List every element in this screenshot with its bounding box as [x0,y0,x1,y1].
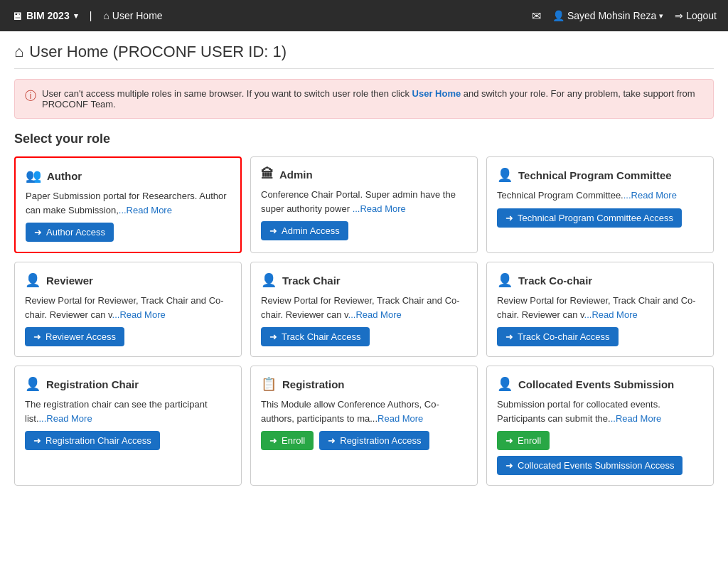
btn-arrow-icon-collocated-events-0: ➜ [505,435,513,446]
alert-text: User can't access multiple roles in same… [42,88,703,110]
btn-author-0[interactable]: ➜Author Access [26,223,114,242]
top-nav: 🖥 BIM 2023 ▾ | ⌂ User Home ✉ 👤 Sayed Moh… [0,0,728,31]
btn-registration-1[interactable]: ➜Registration Access [319,431,429,450]
roles-grid: 👥AuthorPaper Submission portal for Resea… [14,156,714,486]
envelope-icon[interactable]: ✉ [532,9,541,23]
btn-collocated-events-0[interactable]: ➜Enroll [497,431,550,450]
card-desc-technical-program-committee: Technical Program Committee....Read More [497,188,703,203]
role-card-track-cochair: 👤Track Co-chairReview Portal for Reviewe… [486,262,714,357]
role-card-registration: 📋RegistrationThis Module allow Conferenc… [250,366,478,486]
btn-arrow-icon-author-0: ➜ [34,227,42,238]
card-buttons-track-cochair: ➜Track Co-chair Access [497,327,703,346]
card-title-collocated-events: 👤Collocated Events Submission [497,376,703,392]
card-title-technical-program-committee: 👤Technical Program Committee [497,167,703,183]
user-profile-link[interactable]: 👤 Sayed Mohsin Reza ▾ [552,10,663,21]
card-read-more-registration[interactable]: Read More [378,413,423,424]
card-title-text-registration: Registration [282,378,345,390]
card-icon-track-cochair: 👤 [497,272,513,288]
home-icon: ⌂ [103,10,109,21]
card-read-more-reviewer[interactable]: ...Read More [112,309,166,320]
logout-icon: ⇒ [675,10,683,21]
btn-technical-program-committee-0[interactable]: ➜Technical Program Committee Access [497,208,682,228]
card-title-text-track-cochair: Track Co-chair [518,274,592,287]
card-title-text-admin: Admin [279,169,313,181]
user-home-nav-label: User Home [112,10,163,21]
monitor-icon: 🖥 [11,10,22,22]
user-name: Sayed Mohsin Reza [567,10,656,21]
btn-label-track-cochair-0: Track Co-chair Access [518,331,610,342]
card-desc-author: Paper Submission portal for Researchers.… [26,189,230,217]
card-desc-registration: This Module allow Conference Authors, Co… [261,398,467,425]
btn-track-cochair-0[interactable]: ➜Track Co-chair Access [497,327,619,346]
user-icon: 👤 [552,10,564,21]
card-icon-track-chair: 👤 [261,272,277,288]
card-desc-collocated-events: Submission portal for collocated events.… [497,398,703,425]
card-desc-admin: Conference Chair Portal. Super admin hav… [261,188,467,215]
role-card-registration-chair: 👤Registration ChairThe registration chai… [14,366,242,486]
btn-arrow-icon-reviewer-0: ➜ [33,331,41,342]
card-read-more-technical-program-committee[interactable]: ...Read More [623,190,677,201]
card-title-admin: 🏛Admin [261,167,467,182]
card-buttons-registration-chair: ➜Registration Chair Access [25,431,231,450]
btn-track-chair-0[interactable]: ➜Track Chair Access [261,327,370,346]
btn-arrow-icon-admin-0: ➜ [269,225,277,236]
card-desc-track-chair: Review Portal for Reviewer, Track Chair … [261,294,467,321]
btn-reviewer-0[interactable]: ➜Reviewer Access [25,327,124,346]
card-desc-reviewer: Review Portal for Reviewer, Track Chair … [25,294,231,321]
role-card-reviewer: 👤ReviewerReview Portal for Reviewer, Tra… [14,262,242,357]
alert-banner: ⓘ User can't access multiple roles in sa… [14,79,714,119]
btn-arrow-icon-technical-program-committee-0: ➜ [505,213,513,223]
card-read-more-author[interactable]: ...Read More [119,205,172,215]
card-desc-registration-chair: The registration chair can see the parti… [25,398,231,425]
btn-arrow-icon-registration-0: ➜ [269,435,277,446]
page-content: ⌂ User Home (PROCONF USER ID: 1) ⓘ User … [0,31,728,497]
card-read-more-track-cochair[interactable]: ...Read More [584,309,638,320]
card-title-author: 👥Author [26,168,230,183]
btn-registration-chair-0[interactable]: ➜Registration Chair Access [25,431,160,450]
brand-label: BIM 2023 [26,10,70,21]
card-title-text-author: Author [47,170,82,182]
card-buttons-reviewer: ➜Reviewer Access [25,327,231,346]
card-title-track-cochair: 👤Track Co-chair [497,272,703,288]
card-read-more-registration-chair[interactable]: ...Read More [39,413,92,424]
btn-arrow-icon-registration-chair-0: ➜ [33,435,41,446]
card-icon-admin: 🏛 [261,167,274,182]
card-desc-track-cochair: Review Portal for Reviewer, Track Chair … [497,294,703,321]
card-title-reviewer: 👤Reviewer [25,272,231,288]
user-dropdown-arrow[interactable]: ▾ [659,11,663,21]
btn-arrow-icon-track-chair-0: ➜ [269,331,277,342]
card-title-registration: 📋Registration [261,376,467,392]
card-title-text-registration-chair: Registration Chair [46,378,139,390]
card-read-more-track-chair[interactable]: ...Read More [348,309,402,320]
btn-collocated-events-1[interactable]: ➜Collocated Events Submission Access [497,456,682,475]
brand[interactable]: 🖥 BIM 2023 ▾ [11,10,78,22]
card-buttons-technical-program-committee: ➜Technical Program Committee Access [497,208,703,228]
card-icon-technical-program-committee: 👤 [497,167,513,183]
card-read-more-collocated-events[interactable]: ..Read More [611,413,662,424]
card-icon-collocated-events: 👤 [497,376,513,392]
nav-divider: | [90,10,92,21]
card-icon-author: 👥 [26,168,41,183]
alert-user-home-link[interactable]: User Home [412,88,461,99]
btn-registration-0[interactable]: ➜Enroll [261,431,314,450]
user-home-nav-link[interactable]: ⌂ User Home [103,10,162,21]
brand-dropdown-arrow[interactable]: ▾ [74,11,78,21]
btn-label-collocated-events-1: Collocated Events Submission Access [518,460,674,471]
page-title: ⌂ User Home (PROCONF USER ID: 1) [14,43,714,69]
page-title-home-icon: ⌂ [14,43,23,61]
card-icon-registration: 📋 [261,376,277,392]
btn-label-technical-program-committee-0: Technical Program Committee Access [518,213,673,223]
card-title-text-track-chair: Track Chair [282,274,341,287]
card-read-more-admin[interactable]: ...Read More [353,203,406,214]
card-buttons-collocated-events: ➜Enroll➜Collocated Events Submission Acc… [497,431,703,475]
btn-label-registration-0: Enroll [282,435,305,446]
btn-admin-0[interactable]: ➜Admin Access [261,221,348,240]
card-buttons-track-chair: ➜Track Chair Access [261,327,467,346]
role-card-collocated-events: 👤Collocated Events SubmissionSubmission … [486,366,714,486]
logout-link[interactable]: ⇒ Logout [675,10,717,21]
btn-label-registration-1: Registration Access [340,435,421,446]
btn-arrow-icon-registration-1: ➜ [328,435,336,446]
card-icon-registration-chair: 👤 [25,376,41,392]
btn-label-admin-0: Admin Access [282,225,340,236]
card-buttons-registration: ➜Enroll➜Registration Access [261,431,467,450]
